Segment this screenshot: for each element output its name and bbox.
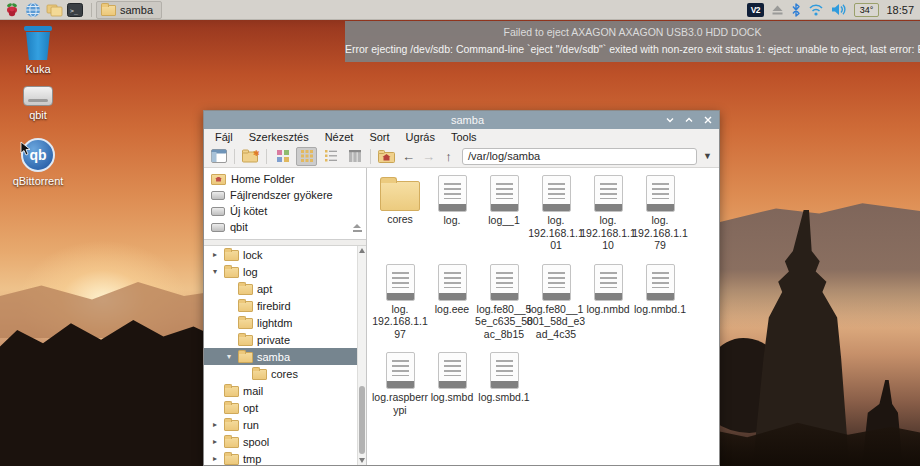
file-log.eee[interactable]: log.eee — [426, 264, 478, 316]
tree-item-lightdm[interactable]: lightdm — [204, 314, 366, 331]
tree-item-samba[interactable]: ▾samba — [204, 348, 366, 365]
web-browser-icon[interactable] — [24, 1, 42, 19]
place-label: qbit — [230, 221, 248, 233]
file-log.192.168.1.197[interactable]: log. 192.168.1.1 97 — [374, 264, 426, 341]
file-log.[interactable]: log. — [426, 175, 478, 227]
log-file-icon — [490, 352, 519, 389]
expander-closed-icon[interactable]: ▸ — [210, 420, 220, 429]
minimize-button[interactable] — [665, 115, 675, 125]
tree-item-spool[interactable]: ▸spool — [204, 433, 366, 450]
path-dropdown-button[interactable]: ▼ — [700, 151, 715, 161]
new-folder-button[interactable]: ✱ — [240, 147, 261, 166]
tree-item-tmp[interactable]: ▸tmp — [204, 450, 366, 465]
maximize-button[interactable] — [684, 115, 694, 125]
log-file-icon — [386, 264, 415, 301]
place-label: Home Folder — [231, 173, 295, 185]
drive-icon — [23, 86, 53, 106]
svg-text:✱: ✱ — [253, 149, 260, 158]
tree-item-firebird[interactable]: firebird — [204, 297, 366, 314]
tree-item-label: spool — [243, 436, 269, 448]
menu-item-szerkesztés[interactable]: Szerkesztés — [242, 130, 316, 144]
file-log.192.168.1.110[interactable]: log. 192.168.1.1 10 — [582, 175, 634, 252]
bluetooth-icon[interactable] — [791, 3, 801, 17]
file-log__1[interactable]: log__1 — [478, 175, 530, 227]
tree-scrollbar[interactable] — [357, 246, 366, 465]
tree-item-private[interactable]: private — [204, 331, 366, 348]
vnc-icon[interactable]: V2 — [747, 3, 764, 17]
menu-item-tools[interactable]: Tools — [444, 130, 484, 144]
desktop-icon-qbit-drive[interactable]: qbit — [0, 86, 76, 121]
file-log.nmbd[interactable]: log.nmbd — [582, 264, 634, 316]
file-log.192.168.1.101[interactable]: log. 192.168.1.1 01 — [530, 175, 582, 252]
file-log.nmbd.1[interactable]: log.nmbd.1 — [634, 264, 686, 316]
terminal-icon[interactable]: >_ — [66, 1, 84, 19]
window-titlebar[interactable]: samba — [204, 111, 719, 129]
tree-item-mail[interactable]: mail — [204, 382, 366, 399]
expander-closed-icon[interactable]: ▸ — [210, 454, 220, 463]
file-log.fe80__55e_c635_50ac_8b15[interactable]: log.fe80__5 5e_c635_50 ac_8b15 — [478, 264, 530, 341]
desktop-icon-label: Kuka — [25, 63, 50, 75]
desktop: >_ samba V2 — [0, 0, 920, 466]
new-window-button[interactable] — [208, 147, 229, 166]
tree-item-opt[interactable]: opt — [204, 399, 366, 416]
scroll-up-arrow[interactable] — [359, 248, 365, 253]
scroll-down-arrow[interactable] — [359, 458, 365, 463]
file-log.raspberrypi[interactable]: log.raspberr ypi — [374, 352, 426, 416]
desktop-icon-trash[interactable]: Kuka — [0, 26, 76, 75]
file-label: log. 192.168.1.1 97 — [372, 303, 427, 341]
wifi-icon[interactable] — [808, 3, 824, 16]
tree-item-label: lightdm — [257, 317, 292, 329]
tree-item-apt[interactable]: apt — [204, 280, 366, 297]
clock[interactable]: 18:57 — [886, 4, 914, 16]
back-button[interactable]: ← — [400, 149, 417, 164]
menu-item-sort[interactable]: Sort — [362, 130, 396, 144]
expander-closed-icon[interactable]: ▸ — [210, 437, 220, 446]
tree-item-log[interactable]: ▾log — [204, 263, 366, 280]
file-log.192.168.1.179[interactable]: log. 192.168.1.1 79 — [634, 175, 686, 252]
place-home-folder[interactable]: Home Folder — [204, 171, 366, 187]
desktop-icon-qbittorrent[interactable]: qb qBittorrent — [0, 138, 76, 187]
expander-open-icon[interactable]: ▾ — [210, 267, 220, 276]
forward-button[interactable]: → — [420, 149, 437, 164]
task-button-samba[interactable]: samba — [96, 1, 162, 19]
home-button[interactable] — [376, 147, 397, 166]
expander-closed-icon[interactable]: ▸ — [210, 250, 220, 259]
close-button[interactable] — [703, 115, 713, 125]
file-manager-icon[interactable] — [45, 1, 63, 19]
file-label: log__1 — [488, 214, 520, 227]
tree-item-lock[interactable]: ▸lock — [204, 246, 366, 263]
up-button[interactable]: ↑ — [440, 149, 457, 164]
file-cores[interactable]: cores — [374, 175, 426, 226]
log-file-icon — [490, 175, 519, 212]
desktop-icon-label: qBittorrent — [13, 175, 64, 187]
tree-scrollbar-thumb[interactable] — [359, 386, 365, 454]
log-file-icon — [594, 264, 623, 301]
detailed-view-button[interactable] — [344, 147, 365, 166]
tree-item-cores[interactable]: cores — [204, 365, 366, 382]
menu-item-nézet[interactable]: Nézet — [318, 130, 361, 144]
tree-item-label: tmp — [243, 453, 261, 465]
file-log.smbd[interactable]: log.smbd — [426, 352, 478, 404]
file-log.smbd.1[interactable]: log.smbd.1 — [478, 352, 530, 404]
icon-view-button[interactable] — [272, 147, 293, 166]
place-qbit[interactable]: qbit — [204, 219, 366, 235]
tree-item-run[interactable]: ▸run — [204, 416, 366, 433]
thumbnail-view-button[interactable] — [296, 147, 317, 166]
volume-icon[interactable] — [831, 3, 847, 16]
expander-open-icon[interactable]: ▾ — [224, 352, 234, 361]
cpu-temperature[interactable]: 34° — [854, 3, 880, 17]
file-log.fe80__1801_58d_e3ad_4c35[interactable]: log.fe80__1 801_58d_e3 ad_4c35 — [530, 264, 582, 341]
eject-tray-icon[interactable] — [771, 4, 784, 16]
place--j-k-tet[interactable]: Új kötet — [204, 203, 366, 219]
menu-item-fájl[interactable]: Fájl — [208, 130, 240, 144]
path-bar[interactable]: /var/log/samba — [462, 148, 697, 165]
raspberry-menu-icon[interactable] — [3, 1, 21, 19]
notification-banner[interactable]: Failed to eject AXAGON AXAGON USB3.0 HDD… — [345, 21, 920, 62]
tree-item-label: mail — [243, 385, 263, 397]
eject-icon[interactable] — [353, 223, 362, 232]
compact-view-button[interactable] — [320, 147, 341, 166]
menu-item-ugrás[interactable]: Ugrás — [399, 130, 442, 144]
folder-icon — [224, 454, 239, 465]
folder-icon — [224, 420, 239, 431]
place-f-jlrendszer-gy-kere[interactable]: Fájlrendszer gyökere — [204, 187, 366, 203]
